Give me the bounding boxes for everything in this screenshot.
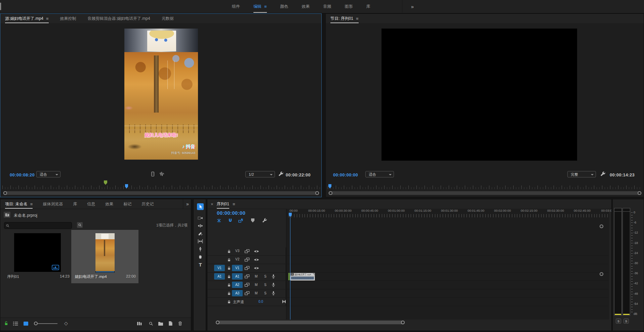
source-zoom-handle-right[interactable]	[315, 191, 319, 195]
project-tab-5[interactable]: 标记	[123, 199, 131, 209]
lock-icon[interactable]	[227, 275, 231, 279]
source-zoom-scrollbar[interactable]	[3, 191, 319, 195]
source-zoom-handle-left[interactable]	[3, 191, 7, 195]
workspace-tab-5[interactable]: 图形	[345, 0, 353, 13]
track-target-a2[interactable]: A2	[232, 282, 243, 288]
mute-button[interactable]: M	[255, 291, 257, 295]
voiceover-mic-icon[interactable]	[271, 291, 276, 296]
track-name[interactable]: V3	[235, 249, 239, 253]
panel-menu-icon[interactable]: ≡	[30, 202, 33, 207]
source-tab-0[interactable]: 源:媳妇电话开了.mp4≡	[5, 14, 49, 23]
source-patch-v1[interactable]: V1	[214, 265, 225, 271]
project-search-box[interactable]	[4, 222, 72, 229]
insert-nested-sequence-icon[interactable]	[216, 218, 222, 223]
linked-selection-icon[interactable]	[238, 218, 244, 223]
sync-lock-icon[interactable]	[244, 249, 250, 254]
automate-to-sequence-button[interactable]	[137, 321, 143, 326]
timeline-add-marker-icon[interactable]	[251, 218, 254, 222]
thumbnail-progress-bar[interactable]	[95, 271, 115, 273]
track-name[interactable]: V2	[235, 257, 239, 261]
mute-button[interactable]: M	[255, 283, 257, 287]
pan-bowtie-icon[interactable]	[282, 300, 286, 303]
voiceover-mic-icon[interactable]	[271, 274, 276, 279]
source-settings-wrench-icon[interactable]	[278, 171, 284, 177]
panel-menu-icon[interactable]: ≡	[46, 16, 49, 21]
source-fit-dropdown[interactable]: 适合	[36, 171, 61, 177]
sync-lock-icon[interactable]	[244, 266, 250, 271]
lock-icon[interactable]	[227, 258, 231, 262]
source-tab-3[interactable]: 元数据	[162, 14, 174, 23]
hand-tool[interactable]	[197, 253, 204, 260]
audio-clip-a1[interactable]: fx 媳妇电话开了.mp4	[290, 273, 315, 281]
list-item-sequence[interactable]: 序列01 14:23	[4, 230, 71, 283]
workspace-tab-0[interactable]: 组件	[232, 0, 240, 13]
item-name[interactable]: 序列01	[7, 274, 19, 279]
search-input[interactable]	[11, 223, 72, 228]
workspace-menu-icon[interactable]: ≡	[264, 4, 267, 9]
find-button[interactable]	[149, 321, 153, 326]
shuttle-sort-icon[interactable]: ◇	[64, 321, 68, 326]
toggle-track-output-eye-icon[interactable]	[254, 249, 259, 253]
delete-trash-button[interactable]	[178, 321, 183, 326]
razor-tool[interactable]	[197, 230, 204, 237]
thumbnail-zoom-slider-handle[interactable]	[34, 322, 38, 325]
program-zoom-handle-right[interactable]	[638, 191, 641, 195]
workspace-tab-1[interactable]: 编辑≡	[253, 0, 267, 13]
source-tab-2[interactable]: 音频剪辑混合器:媳妇电话开了.mp4	[88, 14, 150, 23]
snap-magnet-icon[interactable]	[228, 218, 233, 223]
timeline-ruler[interactable]: :00:0000:00:15:0000:00:30:0000:00:45:000…	[207, 209, 609, 218]
program-settings-wrench-icon[interactable]	[600, 171, 606, 177]
project-tab-2[interactable]: 库	[73, 199, 77, 209]
source-resolution-dropdown[interactable]: 1/2	[245, 171, 275, 177]
program-fit-dropdown[interactable]: 适合	[365, 171, 394, 177]
project-tab-6[interactable]: 历史记	[142, 199, 154, 209]
lock-icon[interactable]	[227, 283, 231, 287]
source-green-marker[interactable]	[104, 180, 107, 185]
solo-button[interactable]: S	[264, 291, 267, 295]
timeline-vscroll-handle-bottom[interactable]	[600, 272, 603, 276]
timeline-vscroll-handle-top[interactable]	[600, 224, 603, 228]
track-target-v1[interactable]: V1	[232, 265, 243, 271]
new-item-button[interactable]	[168, 321, 173, 326]
project-up-folder-button[interactable]	[4, 212, 10, 218]
toggle-track-output-eye-icon[interactable]	[254, 266, 259, 270]
lock-icon[interactable]	[227, 249, 231, 254]
source-time-ruler[interactable]	[2, 185, 320, 189]
list-item-video-selected[interactable]: 媳妇电话开了.mp4 22:00	[71, 230, 138, 283]
lock-icon[interactable]	[227, 300, 231, 304]
search-bin-button[interactable]	[77, 222, 83, 228]
drag-video-only-icon[interactable]	[150, 171, 155, 177]
drag-audio-only-icon[interactable]	[159, 171, 165, 177]
lock-icon[interactable]	[227, 291, 231, 296]
timeline-hscroll-handle-right[interactable]	[401, 321, 405, 324]
track-select-forward-tool[interactable]	[197, 215, 204, 221]
solo-button[interactable]: S	[264, 283, 267, 287]
solo-button[interactable]: S	[264, 275, 267, 278]
track-target-a3[interactable]: A3	[232, 290, 243, 296]
source-patch-a1[interactable]: A1	[214, 273, 225, 280]
list-view-button[interactable]	[13, 321, 18, 326]
voiceover-mic-icon[interactable]	[271, 282, 276, 288]
project-tab-overflow[interactable]: »	[183, 199, 191, 209]
project-writable-unlock-icon[interactable]	[4, 321, 9, 326]
project-tab-1[interactable]: 媒体浏览器	[43, 199, 63, 209]
sync-lock-icon[interactable]	[244, 291, 250, 296]
mute-button[interactable]: M	[255, 275, 257, 278]
program-current-timecode[interactable]: 00:00:00:00	[333, 172, 358, 177]
source-current-timecode[interactable]: 00:00:08:20	[10, 172, 35, 177]
project-tab-0[interactable]: 项目: 未命名≡	[5, 199, 33, 209]
workspace-overflow[interactable]: »	[402, 0, 422, 13]
panel-menu-icon[interactable]: ≡	[233, 202, 235, 207]
lock-icon[interactable]	[227, 266, 231, 271]
program-time-ruler[interactable]	[328, 185, 642, 189]
timeline-hscroll-handle-left[interactable]	[216, 321, 219, 324]
track-target-a1[interactable]: A1	[232, 273, 243, 280]
solo-right-button[interactable]: S	[623, 319, 629, 324]
type-tool[interactable]: T	[197, 261, 204, 268]
solo-left-button[interactable]: S	[616, 319, 621, 324]
sync-lock-icon[interactable]	[244, 274, 250, 279]
timeline-horizontal-scrollbar[interactable]	[216, 321, 405, 324]
project-tab-4[interactable]: 效果	[105, 199, 113, 209]
program-zoom-handle-left[interactable]	[329, 191, 332, 195]
project-tab-3[interactable]: 信息	[87, 199, 95, 209]
